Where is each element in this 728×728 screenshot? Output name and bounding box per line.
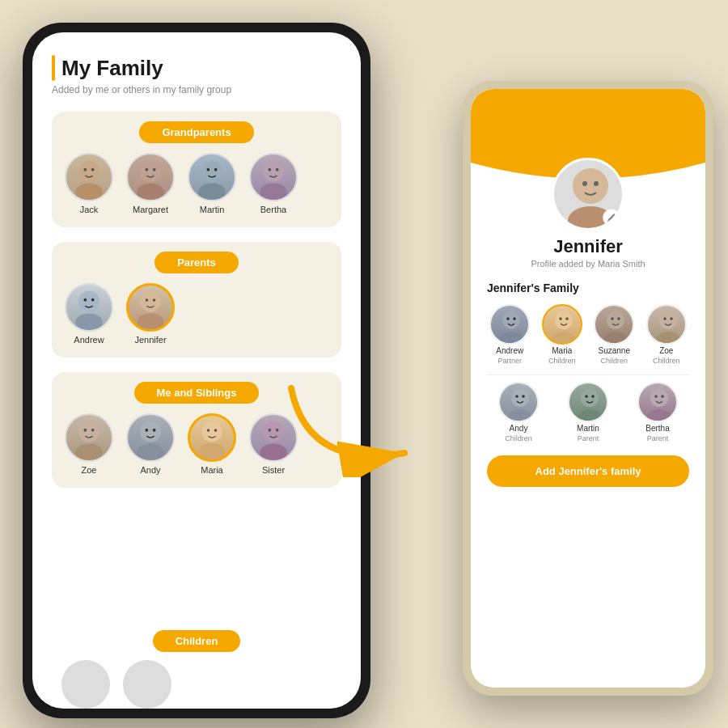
svg-point-11 [214,168,218,171]
avatar-bertha [249,153,298,201]
svg-point-43 [582,181,587,186]
family-andrew[interactable]: Andrew Partner [487,304,533,365]
svg-point-32 [201,421,222,442]
family-zoe-role: Children [653,357,680,365]
avatar-zoe [65,413,113,462]
svg-point-60 [670,317,673,320]
family-maria-role: Children [548,357,576,365]
svg-point-65 [581,389,599,407]
svg-point-26 [83,429,87,432]
svg-point-51 [559,317,562,320]
svg-point-3 [91,168,95,171]
svg-point-54 [603,332,628,345]
parents-label: Parents [154,252,239,273]
member-jack-name: Jack [80,205,99,214]
svg-point-63 [515,395,518,398]
family-bertha[interactable]: Bertha Parent [626,382,689,442]
svg-point-41 [573,168,608,204]
member-martin-name: Martin [200,205,225,214]
svg-point-57 [659,311,677,329]
family-zoe[interactable]: Zoe Children [644,304,690,365]
page-title: My Family [61,56,163,81]
svg-point-18 [83,298,87,302]
svg-point-71 [654,395,658,398]
family-andrew-name: Andrew [496,346,523,355]
member-zoe[interactable]: Zoe [65,413,113,475]
avatar-jennifer [126,283,175,332]
svg-point-35 [214,429,218,432]
svg-point-31 [153,429,156,432]
children-section: Children [52,630,341,709]
member-jack[interactable]: Jack [65,153,113,214]
svg-point-27 [91,429,95,432]
family-martin[interactable]: Martin Parent [557,382,620,442]
family-suzanne-role: Children [600,357,628,365]
family-maria[interactable]: Maria Children [540,304,586,365]
member-bertha[interactable]: Bertha [249,153,298,214]
svg-point-6 [145,168,148,171]
edit-badge[interactable] [603,209,620,226]
family-martin-name: Martin [577,424,599,433]
member-andrew[interactable]: Andrew [65,283,113,345]
svg-point-46 [499,332,523,345]
svg-point-68 [591,395,595,398]
svg-point-2 [83,168,87,171]
svg-point-44 [594,181,599,186]
profile-added-by: Profile added by Maria Smith [487,259,689,269]
svg-point-33 [199,443,225,459]
member-martin[interactable]: Martin [188,153,236,214]
children-placeholder-1 [61,660,110,709]
svg-point-19 [91,298,95,302]
svg-point-48 [513,317,516,320]
svg-point-38 [268,429,271,432]
svg-point-56 [617,317,620,320]
member-jennifer[interactable]: Jennifer [126,283,175,345]
svg-point-70 [647,409,671,422]
profile-name: Jennifer [487,236,689,257]
grandparents-section: Grandparents Jack Margaret [52,112,341,227]
svg-point-50 [552,332,576,345]
family-suzanne[interactable]: Suzanne Children [591,304,637,365]
avatar-margaret [126,153,175,201]
svg-point-0 [78,160,99,181]
avatar-jack [65,153,113,201]
family-avatar-martin [568,382,608,422]
member-jennifer-name: Jennifer [134,335,166,345]
right-phone: Jennifer Profile added by Maria Smith Je… [463,81,713,696]
svg-point-67 [585,395,588,398]
member-maria[interactable]: Maria [188,413,236,475]
right-content: Jennifer Profile added by Maria Smith Je… [471,194,705,500]
family-zoe-name: Zoe [659,346,673,355]
parents-members: Andrew Jennifer [65,283,328,345]
left-phone-content: My Family Added by me or others in my fa… [32,32,361,709]
right-header [471,89,705,194]
member-margaret[interactable]: Margaret [126,153,175,214]
member-bertha-name: Bertha [260,205,286,214]
member-andy[interactable]: Andy [126,413,175,475]
svg-point-45 [502,311,520,329]
right-phone-screen: Jennifer Profile added by Maria Smith Je… [471,89,705,688]
family-andy[interactable]: Andy Children [487,382,550,442]
avatar-child2 [123,660,171,709]
family-avatar-maria [542,304,582,345]
avatar-child1 [61,660,110,709]
svg-point-53 [607,311,624,329]
avatar-maria [188,413,236,462]
add-family-button[interactable]: Add Jennifer's family [487,455,689,487]
svg-point-8 [201,160,222,181]
family-avatar-andrew [489,304,530,345]
svg-point-17 [75,313,103,330]
profile-avatar-large [552,158,624,231]
svg-point-4 [140,160,161,181]
svg-point-22 [146,298,149,302]
family-avatar-bertha [637,382,678,422]
svg-point-10 [206,168,210,171]
svg-point-34 [207,429,210,432]
svg-point-47 [506,317,510,320]
parents-section: Parents Andrew Jennifer [52,242,341,358]
svg-point-20 [140,291,160,311]
family-suzanne-name: Suzanne [599,346,630,355]
grandparents-label-wrap: Grandparents [65,121,328,143]
family-grid-row1: Andrew Partner Maria Children Suzanne Ch… [487,304,689,365]
svg-point-49 [555,311,573,329]
